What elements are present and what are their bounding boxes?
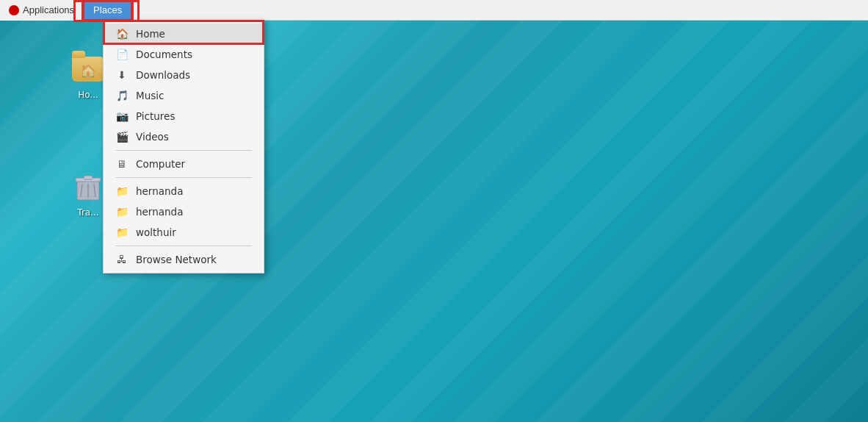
menu-item-documents[interactable]: 📄 Documents: [104, 44, 264, 65]
home-folder-label: Ho...: [78, 90, 98, 100]
menu-item-pictures[interactable]: 📷 Pictures: [104, 106, 264, 126]
menu-item-hernanda-2[interactable]: 📁 hernanda: [104, 201, 264, 222]
trash-image: [70, 169, 106, 204]
computer-label: Computer: [136, 158, 185, 170]
menu-item-videos[interactable]: 🎬 Videos: [104, 126, 264, 147]
separator-3: [115, 246, 252, 246]
wolthuir-label: wolthuir: [136, 226, 176, 238]
video-icon: 🎬: [115, 130, 129, 143]
places-button[interactable]: Places: [83, 0, 132, 21]
applications-button[interactable]: Applications: [0, 0, 83, 21]
places-label: Places: [93, 4, 122, 15]
music-label: Music: [136, 90, 164, 101]
camera-icon: 📷: [115, 110, 129, 123]
music-icon: 🎵: [115, 89, 129, 102]
pictures-label: Pictures: [136, 110, 175, 122]
home-label: Home: [136, 28, 165, 40]
top-panel: Applications Places: [0, 0, 868, 21]
hernanda2-label: hernanda: [136, 206, 183, 218]
home-icon: 🏠: [115, 27, 129, 40]
folder-icon-hernanda2: 📁: [115, 205, 129, 218]
home-folder-image: 🏠: [70, 51, 106, 87]
hernanda1-label: hernanda: [136, 185, 183, 197]
menu-item-downloads[interactable]: ⬇ Downloads: [104, 65, 264, 85]
menu-item-music[interactable]: 🎵 Music: [104, 85, 264, 106]
desktop: Applications Places 🏠 Ho...: [0, 0, 868, 422]
menu-item-wolthuir[interactable]: 📁 wolthuir: [104, 222, 264, 243]
network-icon: 🖧: [115, 253, 129, 266]
folder-icon-wolthuir: 📁: [115, 226, 129, 239]
videos-label: Videos: [136, 131, 169, 143]
documents-label: Documents: [136, 49, 192, 60]
places-menu: 🏠 Home 📄 Documents ⬇ Downloads 🎵 Music 📷…: [103, 20, 264, 273]
menu-item-browse-network[interactable]: 🖧 Browse Network: [104, 249, 264, 270]
download-icon: ⬇: [115, 68, 129, 82]
downloads-label: Downloads: [136, 69, 190, 81]
separator-1: [115, 150, 252, 151]
applications-label: Applications: [23, 4, 74, 15]
separator-2: [115, 177, 252, 178]
computer-icon: 🖥: [115, 157, 129, 171]
trash-label: Tra...: [77, 207, 98, 218]
menu-item-computer[interactable]: 🖥 Computer: [104, 154, 264, 174]
browse-network-label: Browse Network: [136, 254, 217, 265]
redhat-icon: [9, 5, 19, 15]
folder-icon-hernanda1: 📁: [115, 185, 129, 198]
menu-item-home[interactable]: 🏠 Home: [104, 24, 264, 44]
menu-item-hernanda-1[interactable]: 📁 hernanda: [104, 181, 264, 201]
document-icon: 📄: [115, 48, 129, 61]
svg-rect-2: [84, 176, 93, 179]
